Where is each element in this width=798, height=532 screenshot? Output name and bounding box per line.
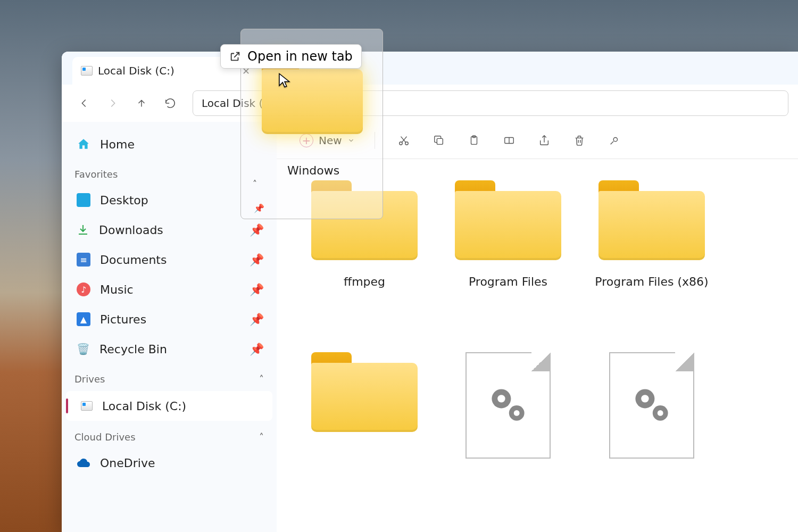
nav-back-button[interactable] (71, 90, 97, 116)
disk-icon (81, 66, 93, 76)
sidebar-item-recycle[interactable]: 🗑️ Recycle Bin 📌 (62, 334, 277, 364)
dragged-folder-icon (262, 60, 363, 134)
sidebar-item-label: Downloads (99, 223, 163, 237)
delete-button[interactable] (567, 128, 592, 153)
svg-point-11 (641, 395, 649, 402)
pin-icon[interactable]: 📌 (250, 223, 264, 237)
svg-point-9 (514, 410, 520, 416)
sidebar-item-onedrive[interactable]: OneDrive (62, 448, 277, 478)
folder-icon (455, 180, 561, 260)
tab-title: Local Disk (C:) (98, 64, 174, 77)
sidebar-item-label: Pictures (100, 313, 146, 326)
cut-button[interactable] (391, 128, 417, 153)
svg-point-7 (497, 395, 505, 402)
properties-button[interactable] (602, 128, 627, 153)
sidebar-item-local-disk[interactable]: Local Disk (C:) (66, 391, 272, 421)
sidebar-home-label: Home (100, 138, 135, 151)
sidebar-cloud-header[interactable]: Cloud Drives ˄ (62, 422, 277, 448)
nav-refresh-button[interactable] (157, 90, 183, 116)
folder-program-files-x86[interactable]: Program Files (x86) (580, 180, 724, 288)
home-icon (77, 137, 90, 151)
svg-rect-2 (437, 138, 443, 144)
pin-icon: 📌 (254, 203, 264, 213)
cursor-icon (278, 72, 292, 90)
recycle-icon: 🗑️ (77, 343, 90, 355)
share-button[interactable] (531, 128, 557, 153)
pin-icon[interactable]: 📌 (250, 343, 264, 356)
sidebar-item-label: Recycle Bin (99, 343, 167, 356)
dragged-folder-label: Windows (287, 164, 339, 177)
disk-icon (81, 401, 93, 411)
nav-up-button[interactable] (129, 90, 154, 116)
pin-icon[interactable]: 📌 (250, 283, 264, 296)
sidebar-item-pictures[interactable]: ▲ Pictures 📌 (62, 304, 277, 334)
sidebar-drives-header[interactable]: Drives ˄ (62, 364, 277, 390)
tooltip-label: Open in new tab (247, 49, 353, 64)
sidebar-item-label: Music (100, 283, 134, 296)
paste-button[interactable] (461, 128, 487, 153)
system-file[interactable] (436, 352, 580, 459)
open-external-icon (229, 51, 241, 62)
sidebar-item-label: Documents (100, 253, 167, 267)
open-in-new-tab-tooltip[interactable]: Open in new tab (220, 44, 362, 69)
folder-program-files[interactable]: Program Files (436, 180, 580, 288)
desktop-icon (77, 193, 90, 207)
nav-forward-button[interactable] (100, 90, 126, 116)
sidebar-item-documents[interactable]: ≡ Documents 📌 (62, 245, 277, 275)
pin-icon[interactable]: 📌 (250, 253, 264, 267)
sidebar-item-label: Local Disk (C:) (102, 400, 186, 413)
chevron-up-icon: ˄ (259, 431, 264, 443)
sidebar-item-label: OneDrive (100, 456, 155, 470)
document-icon: ≡ (77, 253, 90, 267)
sidebar-item-downloads[interactable]: Downloads 📌 (62, 215, 277, 245)
chevron-up-icon: ˄ (253, 179, 257, 189)
sidebar-item-label: Desktop (100, 194, 148, 207)
pictures-icon: ▲ (77, 312, 90, 326)
copy-button[interactable] (426, 128, 452, 153)
pin-icon[interactable]: 📌 (250, 313, 264, 326)
file-label: Program Files (x86) (595, 275, 708, 288)
system-file[interactable] (580, 352, 724, 459)
folder-icon (311, 352, 418, 432)
titlebar: Local Disk (C:) ✕ (62, 52, 798, 85)
folder-item[interactable] (293, 352, 436, 459)
sysfile-icon (466, 352, 551, 459)
rename-button[interactable] (496, 128, 522, 153)
file-label: Program Files (469, 275, 547, 288)
svg-point-13 (658, 410, 663, 416)
download-icon (77, 223, 89, 236)
sidebar-item-music[interactable]: ♪ Music 📌 (62, 275, 277, 304)
folder-icon (598, 180, 705, 260)
explorer-window: Local Disk (C:) ✕ Local Disk ( Home Favo… (62, 52, 798, 532)
chevron-up-icon: ˄ (259, 373, 264, 385)
sysfile-icon (609, 352, 694, 459)
nav-row: Local Disk ( (62, 85, 798, 122)
cloud-icon (77, 458, 90, 468)
music-icon: ♪ (77, 282, 90, 296)
file-label: ffmpeg (344, 275, 385, 288)
